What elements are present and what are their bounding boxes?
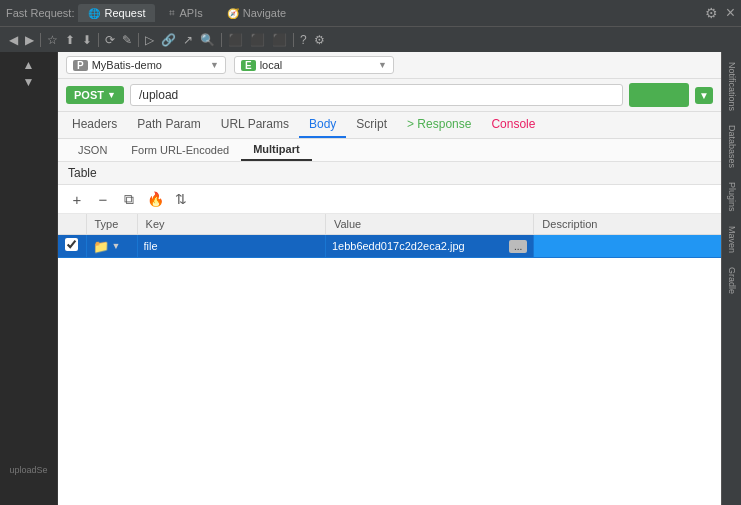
method-label: POST: [74, 89, 104, 101]
col-description: Description: [534, 214, 721, 235]
tab-response[interactable]: > Response: [397, 112, 481, 138]
url-input[interactable]: [130, 84, 623, 106]
toolbar-icon-link[interactable]: 🔗: [158, 31, 179, 49]
toolbar-icon-search[interactable]: 🔍: [197, 31, 218, 49]
env-name: local: [260, 59, 283, 71]
project-name: MyBatis-demo: [92, 59, 162, 71]
project-chevron: ▼: [210, 60, 219, 70]
add-row-icon[interactable]: +: [66, 188, 88, 210]
row-value-text: 1ebb6edd017c2d2eca2.jpg: [332, 240, 506, 252]
toolbar-icon-settings[interactable]: ⚙: [311, 31, 328, 49]
toolbar-icon-refresh[interactable]: ⟳: [102, 31, 118, 49]
nav-up-icon[interactable]: ▲: [23, 58, 35, 72]
toolbar-icon-down[interactable]: ⬇: [79, 31, 95, 49]
tab-navigate-label: Navigate: [243, 7, 286, 19]
close-icon[interactable]: ×: [726, 4, 735, 22]
row-type-cell: 📁 ▼: [86, 235, 137, 258]
row-key-cell[interactable]: [137, 235, 325, 258]
sub-tab-json[interactable]: JSON: [66, 140, 119, 160]
col-checkbox: [58, 214, 86, 235]
send-dropdown[interactable]: ▼: [695, 87, 713, 104]
row-type-dropdown-icon[interactable]: ▼: [112, 241, 121, 251]
method-chevron: ▼: [107, 90, 116, 100]
tab-navigate[interactable]: 🧭 Navigate: [217, 4, 296, 22]
project-select[interactable]: P MyBatis-demo ▼: [66, 56, 226, 74]
tab-request[interactable]: 🌐 Request: [78, 4, 155, 22]
sidebar-maven[interactable]: Maven: [725, 220, 739, 259]
row-browse-button[interactable]: ...: [509, 240, 527, 253]
tab-request-label: Request: [104, 7, 145, 19]
row-value-cell: 1ebb6edd017c2d2eca2.jpg ...: [325, 235, 533, 258]
tab-url-params[interactable]: URL Params: [211, 112, 299, 138]
sub-tab-form-url-encoded[interactable]: Form URL-Encoded: [119, 140, 241, 160]
tab-apis[interactable]: ⌗ APIs: [159, 4, 212, 22]
table-header-row: Type Key Value Description: [58, 214, 721, 235]
sidebar-databases[interactable]: Databases: [725, 119, 739, 174]
data-table: Type Key Value Description: [58, 214, 721, 258]
toolbar-back[interactable]: ◀: [6, 31, 21, 49]
env-select[interactable]: E local ▼: [234, 56, 394, 74]
toolbar-icon-box1[interactable]: ⬛: [225, 31, 246, 49]
gear-icon[interactable]: ⚙: [705, 5, 718, 21]
tab-apis-label: APIs: [179, 7, 202, 19]
main-content: P MyBatis-demo ▼ E local ▼ POST ▼: [58, 52, 721, 505]
upload-label: uploadSe: [9, 465, 47, 475]
toolbar: ◀ ▶ ☆ ⬆ ⬇ ⟳ ✎ ▷ 🔗 ↗ 🔍 ⬛ ⬛ ⬛ ? ⚙: [0, 26, 741, 52]
env-area: P MyBatis-demo ▼ E local ▼: [58, 52, 721, 79]
row-checkbox[interactable]: [65, 238, 78, 251]
clear-icon[interactable]: 🔥: [144, 188, 166, 210]
method-button[interactable]: POST ▼: [66, 86, 124, 104]
row-key-input[interactable]: [144, 240, 319, 252]
nav-down-icon[interactable]: ▼: [23, 75, 35, 89]
row-type-folder-icon: 📁: [93, 239, 109, 254]
sub-tab-multipart[interactable]: Multipart: [241, 139, 311, 161]
copy-row-icon[interactable]: ⧉: [118, 188, 140, 210]
send-button[interactable]: [629, 83, 689, 107]
table-container: Type Key Value Description: [58, 214, 721, 505]
sort-icon[interactable]: ⇅: [170, 188, 192, 210]
toolbar-sep5: [293, 33, 294, 47]
table-row: 📁 ▼ 1ebb6edd017c2d2eca2.jpg ...: [58, 235, 721, 258]
toolbar-icon-star[interactable]: ☆: [44, 31, 61, 49]
right-sidebar: Notifications Databases Plugins Maven Gr…: [721, 52, 741, 505]
toolbar-icon-box3[interactable]: ⬛: [269, 31, 290, 49]
toolbar-icon-run[interactable]: ▷: [142, 31, 157, 49]
toolbar-icon-up[interactable]: ⬆: [62, 31, 78, 49]
col-key: Key: [137, 214, 325, 235]
e-badge: E: [241, 60, 256, 71]
col-type: Type: [86, 214, 137, 235]
row-checkbox-cell: [58, 235, 86, 258]
tab-script[interactable]: Script: [346, 112, 397, 138]
toolbar-sep3: [138, 33, 139, 47]
row-description-cell[interactable]: [534, 235, 721, 258]
sidebar-notifications[interactable]: Notifications: [725, 56, 739, 117]
toolbar-icon-edit[interactable]: ✎: [119, 31, 135, 49]
remove-row-icon[interactable]: −: [92, 188, 114, 210]
table-toolbar: + − ⧉ 🔥 ⇅: [58, 185, 721, 214]
tab-headers[interactable]: Headers: [62, 112, 127, 138]
tabs-row: Headers Path Param URL Params Body Scrip…: [58, 112, 721, 139]
toolbar-sep1: [40, 33, 41, 47]
env-chevron: ▼: [378, 60, 387, 70]
toolbar-icon-help[interactable]: ?: [297, 31, 310, 49]
toolbar-icon-share[interactable]: ↗: [180, 31, 196, 49]
table-label: Table: [68, 166, 97, 180]
sidebar-plugins[interactable]: Plugins: [725, 176, 739, 218]
p-badge: P: [73, 60, 88, 71]
top-bar: Fast Request: 🌐 Request ⌗ APIs 🧭 Navigat…: [0, 0, 741, 26]
toolbar-icon-box2[interactable]: ⬛: [247, 31, 268, 49]
sub-tabs-row: JSON Form URL-Encoded Multipart: [58, 139, 721, 162]
fast-request-label: Fast Request:: [6, 7, 74, 19]
tab-path-param[interactable]: Path Param: [127, 112, 210, 138]
toolbar-sep2: [98, 33, 99, 47]
tab-console[interactable]: Console: [481, 112, 545, 138]
toolbar-forward[interactable]: ▶: [22, 31, 37, 49]
toolbar-sep4: [221, 33, 222, 47]
url-bar: POST ▼ ▼: [58, 79, 721, 112]
table-label-row: Table: [58, 162, 721, 185]
col-value: Value: [325, 214, 533, 235]
tab-body[interactable]: Body: [299, 112, 346, 138]
left-gutter: ▲ ▼ uploadSe: [0, 52, 58, 505]
sidebar-gradle[interactable]: Gradle: [725, 261, 739, 300]
